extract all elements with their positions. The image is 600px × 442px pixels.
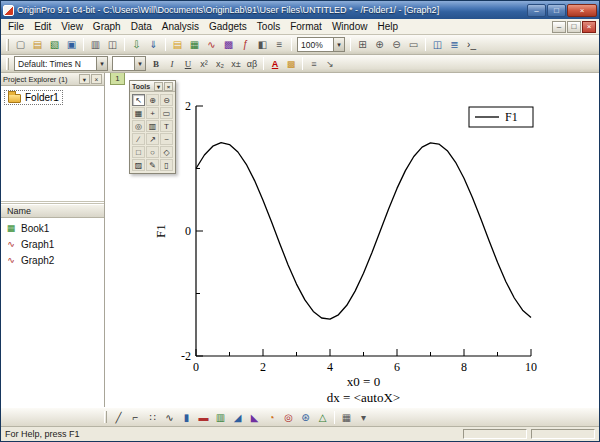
menu-tools[interactable]: Tools <box>252 20 285 33</box>
line-plot-icon[interactable]: ╱ <box>111 409 127 425</box>
more-plot-types-icon[interactable]: ▾ <box>356 409 372 425</box>
results-log-icon[interactable]: ≣ <box>447 37 463 53</box>
column-plot-icon[interactable]: ▮ <box>179 409 195 425</box>
freehand-tool-tool-button[interactable]: ✎ <box>146 159 159 171</box>
pointer-tool-button[interactable]: ↖ <box>132 94 145 106</box>
import-wizard-icon[interactable]: ⇩ <box>129 37 145 53</box>
rescale-icon[interactable]: ⊞ <box>355 37 371 53</box>
open-icon[interactable]: ▤ <box>30 37 46 53</box>
polar-plot-icon[interactable]: ⊛ <box>298 409 314 425</box>
save-project-icon[interactable]: ▣ <box>64 37 80 53</box>
zoom-out-tool-tool-button[interactable]: ⊖ <box>160 94 173 106</box>
zoom-out-icon[interactable]: ⊖ <box>389 37 405 53</box>
child-close-button[interactable]: × <box>582 21 596 33</box>
import-single-ascii-icon[interactable]: ⇓ <box>146 37 162 53</box>
screen-reader-tool-button[interactable]: ◎ <box>132 120 145 132</box>
toolbar-grip[interactable] <box>104 411 107 423</box>
child-minimize-button[interactable]: – <box>552 21 566 33</box>
curve-f1[interactable] <box>196 143 531 319</box>
scale-in-tool-button[interactable]: ▭ <box>160 107 173 119</box>
tools-palette-titlebar[interactable]: Tools ▾× <box>130 81 175 92</box>
new-workbook-icon[interactable]: ▦ <box>187 37 203 53</box>
bold-icon[interactable]: B <box>149 56 164 71</box>
underline-icon[interactable]: U <box>181 56 196 71</box>
print-icon[interactable]: ▥ <box>88 37 104 53</box>
project-item-book1[interactable]: ▦Book1 <box>1 220 104 236</box>
new-project-icon[interactable]: ▢ <box>13 37 29 53</box>
new-graph-icon[interactable]: ∿ <box>204 37 220 53</box>
folder-item-folder1[interactable]: Folder1 <box>4 90 63 105</box>
minimize-button[interactable]: – <box>527 4 546 17</box>
menu-help[interactable]: Help <box>372 20 403 33</box>
project-item-graph2[interactable]: ∿Graph2 <box>1 252 104 268</box>
tools-close-button[interactable]: × <box>164 82 173 91</box>
pe-menu-button[interactable]: ▾ <box>79 74 90 84</box>
circle-tool-tool-button[interactable]: ○ <box>146 146 159 158</box>
toolbar-grip[interactable] <box>6 58 9 70</box>
super-subscript-icon[interactable]: x± <box>229 56 244 71</box>
menu-window[interactable]: Window <box>327 20 373 33</box>
superscript-icon[interactable]: x² <box>197 56 212 71</box>
pe-close-button[interactable]: × <box>91 74 102 84</box>
whole-page-icon[interactable]: ▭ <box>406 37 422 53</box>
new-notes-icon[interactable]: ≡ <box>272 37 288 53</box>
subscript-icon[interactable]: x₂ <box>213 56 228 71</box>
menu-data[interactable]: Data <box>126 20 157 33</box>
polygon-tool-tool-button[interactable]: ◇ <box>160 146 173 158</box>
italic-icon[interactable]: I <box>165 56 180 71</box>
greek-icon[interactable]: αβ <box>245 56 260 71</box>
tools-menu-button[interactable]: ▾ <box>154 82 163 91</box>
mask-range-tool-button[interactable]: ▦ <box>132 107 145 119</box>
zoom-combo[interactable]: 100% ▾ <box>297 37 345 52</box>
scatter-plot-icon[interactable]: ∷ <box>145 409 161 425</box>
project-item-graph1[interactable]: ∿Graph1 <box>1 236 104 252</box>
maximize-button[interactable]: □ <box>547 4 566 17</box>
fill-area-plot-icon[interactable]: ◣ <box>247 409 263 425</box>
menu-format[interactable]: Format <box>285 20 327 33</box>
font-size-combo[interactable]: ▾ <box>112 56 146 71</box>
font-combo[interactable]: Default: Times N ▾ <box>14 56 108 71</box>
pie-chart-icon[interactable]: ◔ <box>264 409 280 425</box>
region-tool-tool-button[interactable]: ▨ <box>132 159 145 171</box>
new-function-plot-icon[interactable]: ƒ <box>238 37 254 53</box>
menu-gadgets[interactable]: Gadgets <box>204 20 252 33</box>
rectangle-tool-tool-button[interactable]: □ <box>132 146 145 158</box>
open-excel-icon[interactable]: ▧ <box>47 37 63 53</box>
close-button[interactable]: × <box>567 4 597 17</box>
font-color-icon[interactable]: A <box>268 56 283 71</box>
bar-plot-icon[interactable]: ▬ <box>196 409 212 425</box>
menu-edit[interactable]: Edit <box>29 20 56 33</box>
fill-color-icon[interactable]: ▩ <box>284 56 299 71</box>
zoom-in-icon[interactable]: ⊕ <box>372 37 388 53</box>
data-reader-tool-button[interactable]: ▥ <box>146 120 159 132</box>
chevron-down-icon[interactable]: ▾ <box>96 57 107 70</box>
new-folder-icon[interactable]: ▤ <box>170 37 186 53</box>
arrow-annotation-icon[interactable]: ↘ <box>323 56 338 71</box>
menu-analysis[interactable]: Analysis <box>157 20 204 33</box>
line-tool-tool-button[interactable]: ∕ <box>132 133 145 145</box>
menu-view[interactable]: View <box>56 20 88 33</box>
line-symbol-plot-icon[interactable]: ∿ <box>162 409 178 425</box>
name-column-header[interactable]: Name <box>1 204 104 218</box>
toolbar-grip[interactable] <box>6 39 9 51</box>
curve-tool-tool-button[interactable]: ~ <box>160 133 173 145</box>
ternary-plot-icon[interactable]: △ <box>315 409 331 425</box>
chevron-down-icon[interactable]: ▾ <box>134 57 145 70</box>
new-layout-icon[interactable]: ◧ <box>255 37 271 53</box>
menu-graph[interactable]: Graph <box>88 20 126 33</box>
zoom-in-tool-tool-button[interactable]: ⊕ <box>146 94 159 106</box>
align-left-icon[interactable]: ≡ <box>307 56 322 71</box>
move-data-tool-button[interactable]: + <box>146 107 159 119</box>
menu-file[interactable]: File <box>3 20 29 33</box>
horizontal-step-plot-icon[interactable]: ⌐ <box>128 409 144 425</box>
arrow-tool-tool-button[interactable]: ↗ <box>146 133 159 145</box>
area-plot-icon[interactable]: ◢ <box>230 409 246 425</box>
eraser-tool-tool-button[interactable]: ▯ <box>160 159 173 171</box>
graph-window-tab[interactable]: 1 <box>110 73 125 85</box>
template-library-icon[interactable]: ▦ <box>339 409 355 425</box>
project-explorer-toggle-icon[interactable]: ◫ <box>430 37 446 53</box>
child-restore-button[interactable]: □ <box>567 21 581 33</box>
new-matrix-icon[interactable]: ▩ <box>221 37 237 53</box>
doughnut-chart-icon[interactable]: ◎ <box>281 409 297 425</box>
command-window-icon[interactable]: ›_ <box>464 37 480 53</box>
